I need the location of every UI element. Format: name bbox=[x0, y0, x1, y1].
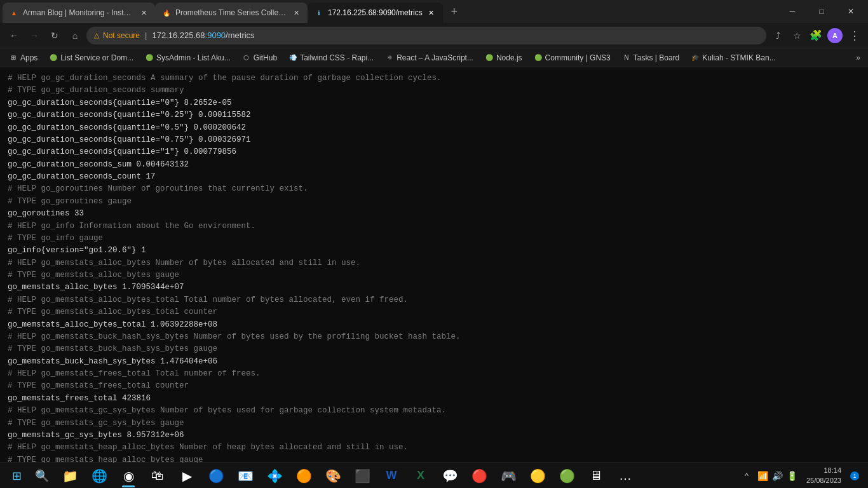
metrics-line-19: # TYPE go_memstats_alloc_bytes_total cou… bbox=[8, 308, 217, 316]
tab-favicon-tab3: ℹ bbox=[314, 8, 324, 18]
bookmark-button[interactable]: ☆ bbox=[788, 27, 806, 44]
taskbar-apps-area: 📁🌐◉🛍▶🔵📧💠🟠🎨⬛WX💬🔴🎮🟡🟢🖥… bbox=[53, 463, 738, 489]
extensions-button[interactable]: 🧩 bbox=[807, 27, 825, 44]
taskbar-app-chrome[interactable]: ◉ bbox=[114, 463, 142, 489]
taskbar-search-button[interactable]: 🔍 bbox=[31, 463, 53, 489]
metrics-line-29: go_memstats_gc_sys_bytes 8.957312e+06 bbox=[8, 431, 184, 440]
bookmark-bm10[interactable]: 🎓 Kuliah - STMIK Ban... bbox=[686, 52, 780, 64]
tab-tab2[interactable]: 🔥 Prometheus Time Series Collecti... ✕ bbox=[155, 3, 308, 23]
app-icon: 🌐 bbox=[92, 468, 107, 484]
taskbar-app-more[interactable]: … bbox=[611, 463, 639, 489]
tab-close-tab1[interactable]: ✕ bbox=[139, 8, 149, 18]
taskbar-app-youtube[interactable]: ▶ bbox=[173, 463, 201, 489]
close-button[interactable]: ✕ bbox=[836, 0, 865, 23]
expand-tray-icon: ^ bbox=[745, 471, 749, 480]
metrics-line-3: go_gc_duration_seconds{quantile="0.25"} … bbox=[8, 111, 251, 119]
not-secure-icon: △ bbox=[94, 31, 99, 39]
address-text: 172.16.225.68:9090/metrics bbox=[152, 30, 254, 40]
taskbar-app-whatsapp[interactable]: 💬 bbox=[436, 463, 464, 489]
back-button[interactable]: ← bbox=[5, 27, 23, 44]
bookmark-bm5[interactable]: 💨 Tailwind CSS - Rapi... bbox=[283, 52, 379, 64]
app-icon: 💬 bbox=[442, 468, 458, 484]
bookmark-bm8[interactable]: 🟢 Community | GNS3 bbox=[529, 52, 616, 64]
taskbar-app-app11[interactable]: 🎨 bbox=[319, 463, 347, 489]
tab-tab1[interactable]: ▲ Arman Blog | Monitoring - Instal... ✕ bbox=[3, 3, 155, 23]
start-button[interactable]: ⊞ bbox=[3, 463, 31, 489]
window-controls: ─ □ ✕ bbox=[778, 0, 865, 23]
app-icon: 🎮 bbox=[501, 468, 517, 484]
metrics-line-30: # HELP go_memstats_heap_alloc_bytes Numb… bbox=[8, 443, 408, 452]
system-tray: ^ 📶 🔊 🔋 18:14 25/08/2023 1 bbox=[738, 463, 865, 489]
metrics-line-7: go_gc_duration_seconds_sum 0.004643132 bbox=[8, 160, 189, 169]
bookmarks-more-button[interactable]: » bbox=[852, 52, 864, 64]
taskbar-app-app19[interactable]: 🟡 bbox=[524, 463, 552, 489]
metrics-line-10: # TYPE go_goroutines gauge bbox=[8, 197, 132, 206]
bookmark-label-bm4: GitHub bbox=[254, 53, 277, 62]
minimize-button[interactable]: ─ bbox=[778, 0, 807, 23]
bookmark-icon-bm6: ⚛ bbox=[385, 53, 394, 62]
bookmark-label-bm7: Node.js bbox=[496, 53, 522, 62]
metrics-line-9: # HELP go_goroutines Number of goroutine… bbox=[8, 184, 308, 193]
taskbar-app-discord[interactable]: 🎮 bbox=[494, 463, 522, 489]
profile-button[interactable]: A bbox=[827, 28, 843, 43]
metrics-line-31: # TYPE go_memstats_heap_alloc_bytes gaug… bbox=[8, 456, 203, 463]
maximize-button[interactable]: □ bbox=[807, 0, 836, 23]
taskbar-app-file-explorer[interactable]: 📁 bbox=[56, 463, 84, 489]
app-icon: 💠 bbox=[267, 468, 283, 484]
taskbar-app-excel[interactable]: X bbox=[407, 463, 435, 489]
tab-favicon-tab1: ▲ bbox=[9, 8, 19, 18]
forward-button[interactable]: → bbox=[25, 27, 43, 44]
taskbar-app-terminal[interactable]: ⬛ bbox=[348, 463, 376, 489]
metrics-line-0: # HELP go_gc_duration_seconds A summary … bbox=[8, 74, 442, 83]
bookmarks-bar: ⊞ Apps 🟢 List Service or Dom... 🟢 SysAdm… bbox=[0, 48, 868, 67]
tab-close-tab2[interactable]: ✕ bbox=[291, 8, 301, 18]
bookmark-bm3[interactable]: 🟢 SysAdmin - List Aku... bbox=[140, 52, 236, 64]
tab-tab3[interactable]: ℹ 172.16.225.68:9090/metrics ✕ bbox=[308, 3, 443, 23]
app-icon: 🖥 bbox=[590, 468, 602, 483]
notification-button[interactable]: 1 bbox=[846, 463, 863, 489]
app-icon: … bbox=[619, 468, 632, 483]
bookmark-bm2[interactable]: 🟢 List Service or Dom... bbox=[44, 52, 139, 64]
clock[interactable]: 18:14 25/08/2023 bbox=[803, 463, 845, 489]
metrics-line-27: # HELP go_memstats_gc_sys_bytes Number o… bbox=[8, 406, 446, 415]
more-button[interactable]: ⋮ bbox=[845, 27, 863, 44]
tab-favicon-tab2: 🔥 bbox=[161, 8, 172, 18]
bookmark-bm7[interactable]: 🟢 Node.js bbox=[480, 52, 527, 64]
system-icons-group[interactable]: 📶 🔊 🔋 bbox=[754, 463, 801, 489]
taskbar-app-vs-code[interactable]: 💠 bbox=[261, 463, 288, 489]
taskbar-app-edge[interactable]: 🌐 bbox=[85, 463, 113, 489]
sound-icon: 🔊 bbox=[772, 471, 783, 481]
taskbar-app-mail[interactable]: 📧 bbox=[231, 463, 259, 489]
reload-button[interactable]: ↻ bbox=[46, 27, 64, 44]
metrics-line-6: go_gc_duration_seconds{quantile="1"} 0.0… bbox=[8, 147, 236, 156]
app-icon: ⬛ bbox=[355, 468, 370, 484]
app-icon: 📧 bbox=[238, 468, 254, 484]
hidden-icons-button[interactable]: ^ bbox=[741, 463, 752, 489]
bookmark-bm6[interactable]: ⚛ React – A JavaScript... bbox=[380, 52, 478, 64]
taskbar-app-store[interactable]: 🛍 bbox=[144, 463, 172, 489]
taskbar-app-app17[interactable]: 🔴 bbox=[465, 463, 493, 489]
tab-close-tab3[interactable]: ✕ bbox=[426, 8, 437, 18]
app-icon: 🟢 bbox=[559, 468, 575, 484]
taskbar-app-app10[interactable]: 🟠 bbox=[290, 463, 318, 489]
bookmark-bm9[interactable]: N Tasks | Board bbox=[617, 52, 684, 64]
taskbar-app-app20[interactable]: 🟢 bbox=[553, 463, 581, 489]
system-icons: 📶 🔊 🔋 bbox=[757, 471, 797, 481]
new-tab-button[interactable]: + bbox=[445, 3, 463, 20]
metrics-line-26: go_memstats_frees_total 423816 bbox=[8, 394, 151, 403]
metrics-line-21: # HELP go_memstats_buck_hash_sys_bytes N… bbox=[8, 332, 461, 341]
bookmark-bm1[interactable]: ⊞ Apps bbox=[4, 52, 43, 64]
taskbar-app-app21[interactable]: 🖥 bbox=[582, 463, 610, 489]
address-bar[interactable]: △ Not secure | 172.16.225.68:9090/metric… bbox=[86, 27, 766, 44]
navigation-bar: ← → ↻ ⌂ △ Not secure | 172.16.225.68:909… bbox=[0, 23, 868, 48]
taskbar-app-app7[interactable]: 🔵 bbox=[202, 463, 230, 489]
metrics-line-2: go_gc_duration_seconds{quantile="0"} 8.2… bbox=[8, 98, 232, 107]
taskbar-app-word[interactable]: W bbox=[377, 463, 405, 489]
metrics-line-13: # TYPE go_info gauge bbox=[8, 234, 103, 243]
home-button[interactable]: ⌂ bbox=[66, 27, 84, 44]
metrics-content[interactable]: # HELP go_gc_duration_seconds A summary … bbox=[0, 67, 868, 463]
app-icon: 🟠 bbox=[296, 468, 312, 484]
bookmark-bm4[interactable]: ⬡ GitHub bbox=[237, 52, 282, 64]
share-button[interactable]: ⤴ bbox=[769, 27, 787, 44]
battery-icon: 🔋 bbox=[787, 471, 797, 481]
